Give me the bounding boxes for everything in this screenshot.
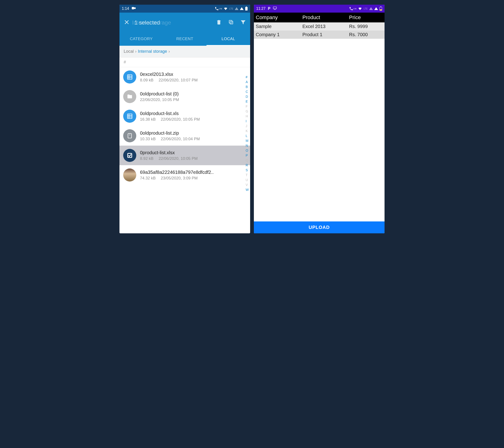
wifi-icon — [358, 6, 362, 11]
svg-rect-3 — [246, 6, 247, 7]
app-bar: Internal storage 1 selected — [120, 13, 250, 33]
section-header: # — [120, 57, 250, 67]
filter-icon[interactable] — [240, 19, 246, 26]
chevron-right-icon: › — [168, 49, 170, 54]
table-row[interactable]: SampleExcel 2013Rs. 9999 — [254, 22, 384, 31]
index-letter[interactable]: # — [246, 75, 249, 80]
appbar-title: Internal storage 1 selected — [134, 19, 216, 26]
battery-icon — [379, 6, 382, 11]
check-icon — [123, 149, 136, 162]
file-row[interactable]: 0product-list.xlsx8.92 kB22/06/2020, 10:… — [120, 146, 250, 165]
call-lte-icon: LTE — [215, 6, 222, 11]
cell-product: Excel 2013 — [302, 24, 349, 29]
index-letter[interactable]: P — [246, 153, 249, 158]
copy-icon[interactable] — [228, 19, 234, 26]
svg-rect-19 — [128, 153, 132, 157]
svg-rect-9 — [127, 75, 132, 79]
file-name: 0oldproduct-list.zip — [140, 130, 246, 136]
file-name: 0product-list.xlsx — [140, 150, 246, 155]
lte-label: LTE — [229, 7, 233, 10]
file-row[interactable]: 0oldproduct-list (0)22/06/2020, 10:05 PM — [120, 87, 250, 107]
signal-icon — [235, 7, 238, 10]
signal-icon-2 — [374, 7, 378, 10]
svg-rect-13 — [127, 114, 132, 119]
index-letter[interactable]: N — [246, 143, 249, 148]
status-bar: 11:27 P LTE LTE — [254, 5, 384, 13]
index-letter[interactable]: J — [246, 124, 249, 128]
xls-icon — [123, 110, 136, 123]
upload-button[interactable]: UPLOAD — [254, 221, 384, 233]
svg-rect-7 — [229, 20, 232, 23]
file-name: 69a35af8a22246188a797e8dfcdf2.. — [140, 170, 246, 175]
index-letter[interactable]: H — [246, 114, 249, 119]
index-letter[interactable]: T — [246, 173, 249, 178]
file-row[interactable]: 0oldproduct-list.zip10.33 kB22/06/2020, … — [120, 126, 250, 146]
cell-company: Company 1 — [256, 32, 302, 37]
tab-bar: CATEGORY RECENT LOCAL — [120, 33, 250, 46]
signal-icon-2 — [240, 7, 244, 10]
tab-category[interactable]: CATEGORY — [120, 33, 163, 46]
index-letter[interactable]: L — [246, 133, 249, 138]
file-size: 8.92 kB — [140, 156, 154, 161]
index-letter[interactable]: R — [246, 163, 249, 168]
index-letter[interactable]: D — [246, 94, 249, 99]
file-row[interactable]: 69a35af8a22246188a797e8dfcdf2..74.32 kB2… — [120, 165, 250, 185]
tab-recent[interactable]: RECENT — [163, 33, 207, 46]
breadcrumb-current[interactable]: Internal storage — [138, 49, 167, 54]
file-name: 0oldproduct-list (0) — [140, 91, 246, 97]
file-name: 0excel2013.xlsx — [140, 72, 246, 77]
index-letter[interactable]: I — [246, 119, 249, 124]
folder-icon — [123, 90, 136, 103]
battery-icon — [245, 6, 248, 11]
outlook-icon — [131, 6, 136, 11]
file-date: 22/06/2020, 10:05 PM — [159, 156, 198, 161]
col-company: Company — [256, 15, 302, 20]
index-letter[interactable]: C — [246, 89, 249, 94]
status-icons: LTE LTE — [215, 6, 248, 11]
index-letter[interactable]: W — [246, 187, 249, 192]
alpha-index[interactable]: #ABCDEFGHIJKLMNOPQRSTUVW — [246, 75, 249, 192]
index-letter[interactable]: A — [246, 80, 249, 85]
index-letter[interactable]: Q — [246, 158, 249, 163]
index-letter[interactable]: E — [246, 99, 249, 104]
index-letter[interactable]: K — [246, 128, 249, 133]
file-row[interactable]: 0oldproduct-list.xls16.38 kB22/06/2020, … — [120, 107, 250, 126]
index-letter[interactable]: O — [246, 148, 249, 153]
col-price: Price — [349, 15, 383, 20]
cell-price: Rs. 9999 — [349, 24, 383, 29]
svg-marker-1 — [134, 7, 136, 9]
status-time: 1:14 — [122, 6, 129, 11]
cell-price: Rs. 7000 — [349, 32, 383, 37]
lte-label: LTE — [363, 7, 368, 10]
index-letter[interactable]: F — [246, 104, 249, 109]
file-date: 22/06/2020, 10:04 PM — [161, 137, 200, 141]
index-letter[interactable]: M — [246, 138, 249, 143]
file-date: 22/06/2020, 10:05 PM — [140, 98, 179, 102]
index-letter[interactable]: S — [246, 168, 249, 173]
breadcrumb[interactable]: Local › Internal storage › — [120, 46, 250, 57]
file-size: 16.38 kB — [140, 117, 156, 122]
table-row[interactable]: Company 1Product 1Rs. 7000 — [254, 31, 384, 39]
status-bar: 1:14 LTE LTE — [120, 5, 250, 13]
file-list[interactable]: 0excel2013.xlsx8.09 kB22/06/2020, 10:07 … — [120, 67, 250, 233]
breadcrumb-root[interactable]: Local — [124, 49, 134, 54]
tab-local[interactable]: LOCAL — [206, 33, 250, 46]
xls-icon — [123, 71, 136, 84]
file-row[interactable]: 0excel2013.xlsx8.09 kB22/06/2020, 10:07 … — [120, 67, 250, 87]
delete-icon[interactable] — [216, 19, 222, 26]
index-letter[interactable]: G — [246, 109, 249, 114]
monitor-icon — [273, 6, 277, 11]
call-lte-icon: LTE — [349, 6, 357, 11]
chevron-right-icon: › — [135, 49, 137, 54]
status-time: 11:27 — [256, 6, 266, 11]
wifi-icon — [224, 6, 228, 11]
svg-rect-2 — [245, 7, 248, 11]
file-date: 22/06/2020, 10:07 PM — [159, 78, 198, 83]
index-letter[interactable]: U — [246, 178, 249, 182]
table-body: SampleExcel 2013Rs. 9999Company 1Product… — [254, 22, 384, 221]
index-letter[interactable]: V — [246, 182, 249, 187]
col-product: Product — [302, 15, 349, 20]
index-letter[interactable]: B — [246, 85, 249, 89]
svg-rect-23 — [380, 9, 382, 11]
file-browser-screen: 1:14 LTE LTE Internal storage 1 selected — [120, 5, 250, 233]
